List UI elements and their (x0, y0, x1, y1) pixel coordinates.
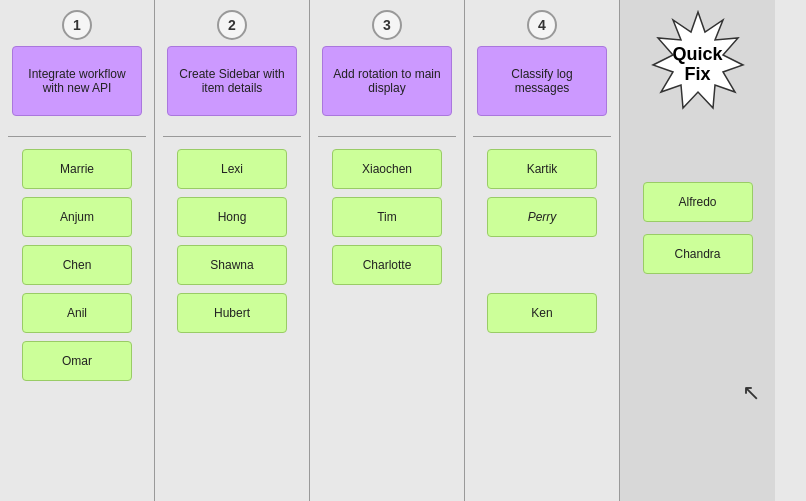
person-card-chen[interactable]: Chen (22, 245, 132, 285)
column-4-header: 4 Classify log messages (477, 10, 607, 116)
person-card-alfredo[interactable]: Alfredo (643, 182, 753, 222)
person-card-omar[interactable]: Omar (22, 341, 132, 381)
column-2-header: 2 Create Sidebar with item details (167, 10, 297, 116)
person-card-ken[interactable]: Ken (487, 293, 597, 333)
column-1: 1 Integrate workflow with new API Marrie… (0, 0, 155, 501)
person-card-chandra[interactable]: Chandra (643, 234, 753, 274)
person-card-charlotte[interactable]: Charlotte (332, 245, 442, 285)
person-card-perry[interactable]: Perry (487, 197, 597, 237)
column-2-divider (163, 136, 301, 137)
person-card-anjum[interactable]: Anjum (22, 197, 132, 237)
person-card-kartik[interactable]: Kartik (487, 149, 597, 189)
quickfix-starburst[interactable]: QuickFix (643, 10, 753, 120)
person-card-tim[interactable]: Tim (332, 197, 442, 237)
column-3-divider (318, 136, 456, 137)
person-card-anil[interactable]: Anil (22, 293, 132, 333)
kanban-board: 1 Integrate workflow with new API Marrie… (0, 0, 806, 501)
quickfix-label: QuickFix (672, 45, 722, 85)
column-4: 4 Classify log messages Kartik Perry Ken (465, 0, 620, 501)
column-2: 2 Create Sidebar with item details Lexi … (155, 0, 310, 501)
column-2-task[interactable]: Create Sidebar with item details (167, 46, 297, 116)
column-3-task[interactable]: Add rotation to main display (322, 46, 452, 116)
column-3: 3 Add rotation to main display Xiaochen … (310, 0, 465, 501)
column-4-divider (473, 136, 611, 137)
cursor-icon: ↖ (742, 380, 760, 406)
person-card-marrie[interactable]: Marrie (22, 149, 132, 189)
column-1-divider (8, 136, 146, 137)
column-1-header: 1 Integrate workflow with new API (12, 10, 142, 116)
column-1-number: 1 (62, 10, 92, 40)
person-card-shawna[interactable]: Shawna (177, 245, 287, 285)
column-1-task[interactable]: Integrate workflow with new API (12, 46, 142, 116)
column-2-number: 2 (217, 10, 247, 40)
person-card-xiaochen[interactable]: Xiaochen (332, 149, 442, 189)
person-card-lexi[interactable]: Lexi (177, 149, 287, 189)
person-card-hubert[interactable]: Hubert (177, 293, 287, 333)
column-3-header: 3 Add rotation to main display (322, 10, 452, 116)
quickfix-column: QuickFix Alfredo Chandra ↖ (620, 0, 775, 501)
column-3-number: 3 (372, 10, 402, 40)
column-4-task[interactable]: Classify log messages (477, 46, 607, 116)
column-4-number: 4 (527, 10, 557, 40)
person-card-hong[interactable]: Hong (177, 197, 287, 237)
